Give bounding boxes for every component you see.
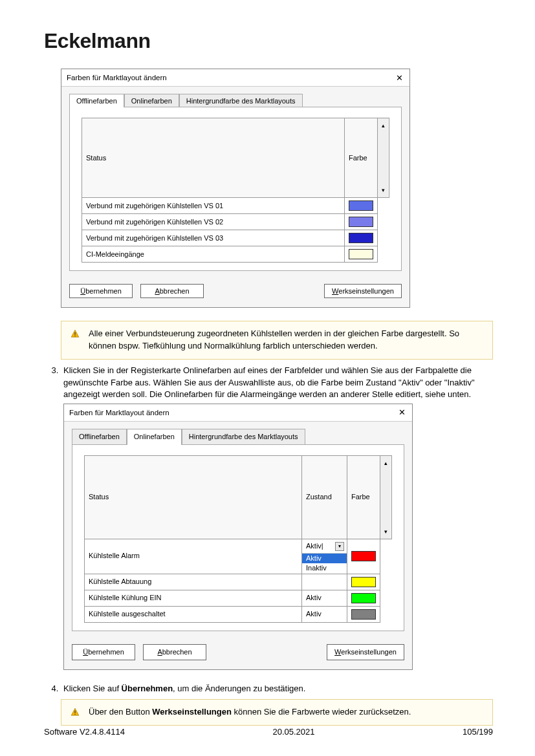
zustand-cell[interactable]: Aktiv: [302, 606, 347, 622]
dropdown-option[interactable]: Inaktiv: [302, 563, 347, 573]
page-footer: Software V2.4.8.4114 20.05.2021 105/199: [44, 727, 493, 737]
tab-offlinefarben[interactable]: Offlinefarben: [72, 429, 127, 445]
chevron-down-icon[interactable]: ▾: [335, 542, 344, 551]
step-3-text: Klicken Sie in der Registerkarte Onlinef…: [63, 365, 493, 402]
svg-rect-1: [74, 336, 75, 336]
color-swatch[interactable]: [351, 577, 376, 587]
column-status: Status: [85, 456, 302, 539]
column-farbe: Farbe: [345, 118, 378, 198]
table-row: CI-Meldeeingänge: [82, 246, 389, 263]
footer-left: Software V2.4.8.4114: [44, 727, 125, 737]
svg-rect-3: [74, 714, 75, 715]
scroll-track[interactable]: [380, 470, 391, 524]
color-swatch[interactable]: [351, 593, 376, 603]
color-cell[interactable]: [347, 606, 380, 622]
status-cell: Kühlstelle Abtauung: [85, 574, 302, 590]
step-4-bold: Übernehmen: [122, 684, 173, 693]
close-icon[interactable]: ✕: [393, 72, 406, 83]
dialog-title: Farben für Marktlayout ändern: [69, 407, 169, 418]
cancel-button[interactable]: Abbrechen: [143, 644, 206, 661]
scroll-track[interactable]: [378, 133, 388, 183]
table-row: Verbund mit zugehörigen Kühlstellen VS 0…: [82, 214, 389, 230]
status-cell: Kühlstelle Kühlung EIN: [85, 590, 302, 606]
step-4: Klicken Sie auf Übernehmen, um die Änder…: [61, 683, 493, 695]
color-swatch[interactable]: [349, 233, 373, 243]
note-text: Über den Button Werkseinstellungen könne…: [89, 706, 411, 718]
table-row: Kühlstelle Kühlung EINAktiv: [85, 590, 392, 606]
color-cell[interactable]: [347, 539, 380, 574]
table-row: Verbund mit zugehörigen Kühlstellen VS 0…: [82, 198, 389, 214]
dialog-online-colors: Farben für Marktlayout ändern ✕ Offlinef…: [63, 404, 413, 670]
step-4-pre: Klicken Sie auf: [63, 684, 122, 693]
scroll-up-icon[interactable]: ▴: [378, 118, 388, 133]
color-swatch[interactable]: [349, 249, 373, 259]
dropdown-option[interactable]: Aktiv: [302, 554, 347, 563]
step-4-post: , um die Änderungen zu bestätigen.: [173, 684, 305, 693]
dropdown-list[interactable]: AktivInaktiv: [302, 554, 347, 573]
column-status: Status: [82, 118, 345, 198]
svg-rect-0: [74, 332, 75, 335]
status-cell: Kühlstelle Alarm: [85, 539, 302, 574]
warning-icon: [71, 707, 80, 717]
defaults-button[interactable]: Werkseinstellungen: [324, 284, 402, 298]
color-swatch[interactable]: [351, 551, 376, 561]
color-cell[interactable]: [345, 198, 378, 214]
offline-colors-table: Status Farbe ▴ ▾ Verbund mit zugehörigen…: [82, 118, 389, 263]
apply-button[interactable]: Übernehmen: [69, 284, 133, 298]
scroll-down-icon[interactable]: ▾: [378, 183, 388, 197]
status-cell: Verbund mit zugehörigen Kühlstellen VS 0…: [82, 214, 345, 230]
apply-button[interactable]: Übernehmen: [72, 644, 135, 661]
defaults-button[interactable]: Werkseinstellungen: [327, 644, 404, 661]
table-row: Kühlstelle ausgeschaltetAktiv: [85, 606, 392, 622]
warning-icon: [71, 329, 80, 338]
color-cell[interactable]: [345, 230, 378, 246]
color-cell[interactable]: [345, 214, 378, 230]
tab-onlinefarben[interactable]: Onlinefarben: [124, 94, 179, 107]
note-text: Alle einer Verbundsteuerung zugeordneten…: [89, 328, 483, 352]
status-cell: Verbund mit zugehörigen Kühlstellen VS 0…: [82, 230, 345, 246]
zustand-cell[interactable]: Aktiv: [302, 590, 347, 606]
color-cell[interactable]: [345, 246, 378, 263]
zustand-select[interactable]: Aktiv|▾: [302, 539, 347, 554]
table-row: Verbund mit zugehörigen Kühlstellen VS 0…: [82, 230, 389, 246]
dialog-offline-colors: Farben für Marktlayout ändern ✕ Offlinef…: [61, 69, 410, 308]
color-swatch[interactable]: [351, 609, 376, 620]
footer-right: 105/199: [463, 727, 493, 737]
svg-rect-2: [74, 711, 75, 713]
table-row: Kühlstelle AlarmAktiv|▾AktivInaktiv: [85, 539, 392, 574]
column-zustand: Zustand: [302, 456, 347, 539]
note-info-1: Alle einer Verbundsteuerung zugeordneten…: [61, 321, 493, 360]
table-row: Kühlstelle Abtauung: [85, 574, 392, 590]
tab-background[interactable]: Hintergrundfarbe des Marktlayouts: [179, 94, 303, 107]
footer-center: 20.05.2021: [272, 727, 314, 737]
color-swatch[interactable]: [349, 200, 373, 211]
tab-background[interactable]: Hintergrundfarbe des Marktlayouts: [182, 429, 305, 445]
cancel-button[interactable]: Abbrechen: [140, 284, 204, 298]
dialog-title: Farben für Marktlayout ändern: [67, 74, 167, 81]
zustand-cell[interactable]: [302, 574, 347, 590]
color-swatch[interactable]: [349, 217, 373, 227]
status-cell: Kühlstelle ausgeschaltet: [85, 606, 302, 622]
scroll-down-icon[interactable]: ▾: [380, 524, 391, 539]
status-cell: Verbund mit zugehörigen Kühlstellen VS 0…: [82, 198, 345, 214]
column-farbe: Farbe: [347, 456, 380, 539]
tab-offlinefarben[interactable]: Offlinefarben: [69, 94, 124, 107]
note-info-2: Über den Button Werkseinstellungen könne…: [61, 699, 493, 726]
step-3: Klicken Sie in der Registerkarte Onlinef…: [61, 365, 493, 671]
zustand-cell[interactable]: Aktiv|▾AktivInaktiv: [302, 539, 347, 574]
color-cell[interactable]: [347, 574, 380, 590]
tab-onlinefarben[interactable]: Onlinefarben: [127, 429, 182, 445]
close-icon[interactable]: ✕: [395, 407, 408, 418]
color-cell[interactable]: [347, 590, 380, 606]
brand-title: Eckelmann: [44, 29, 493, 53]
online-colors-table: Status Zustand Farbe ▴ ▾: [84, 455, 392, 622]
status-cell: CI-Meldeeingänge: [82, 246, 345, 263]
scroll-up-icon[interactable]: ▴: [380, 456, 391, 470]
